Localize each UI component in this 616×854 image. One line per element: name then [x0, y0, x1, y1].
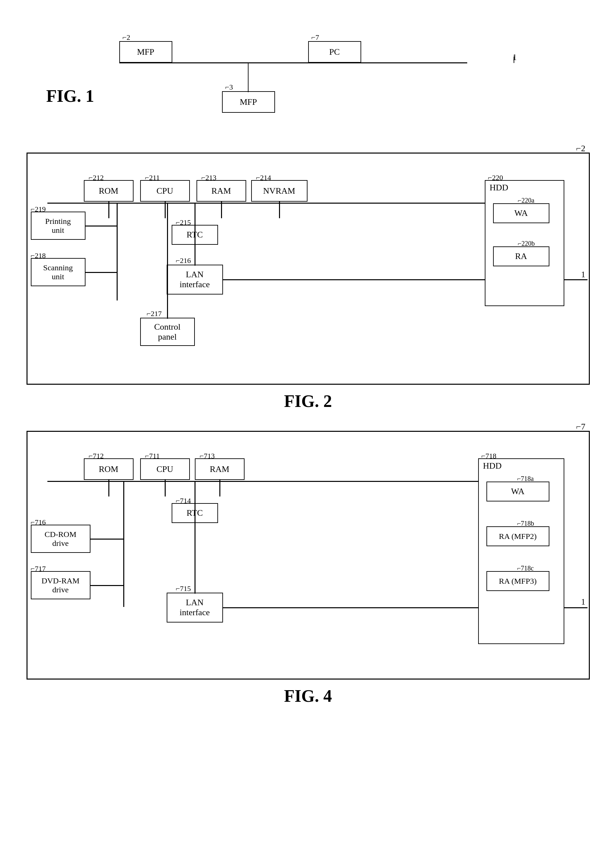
- fig4-main-bus: [47, 481, 445, 482]
- fig2-scan-line: [85, 272, 117, 273]
- fig4-cpu-drop: [165, 480, 166, 497]
- fig2-title: FIG. 2: [26, 391, 590, 411]
- fig2-ra: RA: [493, 246, 549, 266]
- fig2-wa: WA: [493, 203, 549, 223]
- fig2-outer-tag: ⌐2: [576, 143, 586, 154]
- fig1-mfp2: MFP: [119, 41, 172, 63]
- fig2-nvram-drop: [279, 202, 280, 218]
- fig4-cpu: CPU: [140, 458, 190, 480]
- fig2-outer-box: ⌐2 ⌐212 ROM ⌐211 CPU ⌐213 RAM ⌐214 NVRAM…: [26, 152, 590, 385]
- fig2-lan-line: [195, 203, 196, 266]
- fig2-hdd-bus: [445, 203, 485, 204]
- fig4-network-tag: 1: [581, 597, 586, 607]
- fig4-hdd-bus: [445, 481, 479, 482]
- fig4-ra-mfp3: RA (MFP3): [487, 571, 549, 591]
- fig4-outer-tag: ⌐7: [576, 422, 586, 432]
- fig2-print-line: [85, 226, 117, 227]
- fig4-ram: RAM: [195, 458, 245, 480]
- fig2-ram-drop: [221, 202, 222, 218]
- fig1-mfp3-line: [248, 63, 248, 92]
- fig2-tag-216: ⌐216: [176, 256, 191, 265]
- fig4-lan-line: [195, 481, 196, 594]
- fig2-network-tag: 1: [581, 270, 586, 279]
- fig1-pc7: PC: [308, 41, 361, 63]
- fig4-dvd-line: [90, 585, 123, 586]
- fig2-rom: ROM: [84, 180, 134, 202]
- fig4-tag-715: ⌐715: [176, 584, 191, 593]
- fig2-left-bus: [117, 203, 118, 300]
- fig2-ctrl-line: [167, 203, 168, 319]
- fig2-ctrl: Controlpanel: [140, 318, 195, 346]
- fig1-tag-7: ⌐7: [312, 33, 319, 42]
- fig4-ram-drop: [219, 480, 221, 497]
- fig4-wa: WA: [487, 482, 549, 502]
- fig4-outer-box: ⌐7 ⌐712 ROM ⌐711 CPU ⌐713 RAM ⌐714 RTC ⌐…: [26, 431, 590, 680]
- fig4-hdd-label: HDD: [483, 461, 502, 471]
- fig4-cdrom-line: [90, 538, 123, 540]
- fig4-left-bus: [123, 481, 124, 607]
- fig4-lan: LANinterface: [167, 593, 223, 622]
- fig2-hdd-label: HDD: [490, 183, 508, 193]
- fig1-network-tag: 1: [513, 52, 517, 63]
- fig2-cpu-drop: [165, 202, 166, 218]
- fig4-container: ⌐7 ⌐712 ROM ⌐711 CPU ⌐713 RAM ⌐714 RTC ⌐…: [26, 431, 590, 706]
- fig4-title: FIG. 4: [26, 686, 590, 706]
- fig2-rom-drop: [108, 202, 110, 218]
- fig1-title: FIG. 1: [46, 86, 94, 106]
- fig4-cdrom: CD-ROMdrive: [31, 525, 90, 553]
- page: FIG. 1 1 ⌐2 MFP ⌐7 PC ⌐3 MFP ⌐2 ⌐212: [0, 0, 616, 719]
- fig2-lan: LANinterface: [167, 265, 223, 294]
- fig2-print: Printingunit: [31, 212, 85, 240]
- fig2-container: ⌐2 ⌐212 ROM ⌐211 CPU ⌐213 RAM ⌐214 NVRAM…: [26, 152, 590, 411]
- fig4-ra-mfp2: RA (MFP2): [487, 526, 549, 546]
- fig1-tag-3: ⌐3: [225, 83, 233, 92]
- fig4-rom-drop: [108, 480, 110, 497]
- fig2-scan: Scanningunit: [31, 258, 85, 286]
- fig2-ram: RAM: [196, 180, 246, 202]
- fig2-tag-220: ⌐220: [488, 174, 503, 182]
- fig2-tag-217: ⌐217: [147, 310, 162, 318]
- fig1-diagram: FIG. 1 1 ⌐2 MFP ⌐7 PC ⌐3 MFP: [26, 26, 590, 133]
- fig1-mfp3: MFP: [222, 91, 275, 113]
- fig4-tag-718: ⌐718: [481, 452, 496, 461]
- fig1-network-hook: [514, 56, 514, 63]
- fig4-rom: ROM: [84, 458, 134, 480]
- fig2-cpu: CPU: [140, 180, 190, 202]
- fig2-nvram: NVRAM: [251, 180, 307, 202]
- fig2-main-bus: [47, 203, 445, 204]
- fig4-dvd: DVD-RAMdrive: [31, 571, 90, 599]
- fig1-tag-2: ⌐2: [123, 33, 130, 42]
